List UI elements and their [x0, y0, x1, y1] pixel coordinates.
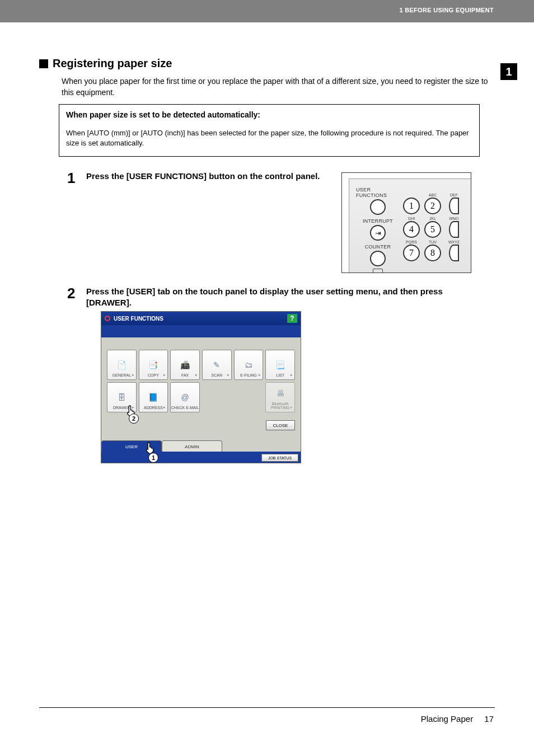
- chapter-tab: 1: [500, 63, 517, 80]
- cp-indicator-icon: [373, 269, 383, 273]
- step-2-text: Press the [USER] tab on the touch panel …: [86, 286, 467, 309]
- tile-check-email[interactable]: @CHECK E-MAIL: [170, 382, 200, 412]
- cp-key-6-partial[interactable]: [449, 221, 459, 238]
- copy-icon: 📑: [148, 360, 159, 370]
- general-icon: 📄: [116, 360, 127, 370]
- tile-copy[interactable]: 📑COPY▸: [139, 350, 168, 380]
- tp-titlebar: USER FUNCTIONS ?: [101, 312, 301, 325]
- pointer-badge-1: 1: [148, 453, 158, 463]
- tile-label: CHECK E-MAIL: [171, 406, 199, 410]
- step-number: 1: [67, 170, 75, 187]
- cp-counter-button[interactable]: [370, 251, 386, 266]
- help-button[interactable]: ?: [287, 314, 297, 323]
- control-panel-illustration: USER FUNCTIONS INTERRUPT ⇥ COUNTER 1 ABC…: [341, 172, 471, 273]
- cp-key-8[interactable]: 8: [424, 245, 441, 261]
- tile-general[interactable]: 📄GENERAL▸: [107, 350, 137, 380]
- cp-key-4[interactable]: 4: [403, 221, 420, 238]
- tile-fax[interactable]: 📠FAX▸: [170, 350, 200, 380]
- cp-key-5[interactable]: 5: [424, 221, 441, 238]
- bluetooth-print-icon: 🖶: [275, 388, 286, 398]
- cp-key-sub-abc: ABC: [424, 193, 441, 197]
- tp-subbar: [101, 325, 301, 337]
- cp-key-7[interactable]: 7: [403, 245, 420, 261]
- cp-key-3-partial[interactable]: [449, 198, 459, 214]
- touch-panel-illustration: USER FUNCTIONS ? 📄GENERAL▸ 📑COPY▸ 📠FAX▸ …: [101, 311, 301, 463]
- footer-rule: [39, 707, 495, 708]
- tile-label: LIST: [276, 373, 284, 377]
- tile-label: COPY: [148, 373, 159, 377]
- cp-label-counter: COUNTER: [365, 244, 391, 250]
- email-icon: @: [180, 392, 191, 402]
- cp-key-9-partial[interactable]: [449, 245, 459, 261]
- auto-box-body: When [AUTO (mm)] or [AUTO (inch)] has be…: [66, 128, 472, 148]
- tile-list[interactable]: 📃LIST▸: [265, 350, 295, 380]
- section-title: Registering paper size: [53, 57, 172, 70]
- pointer-badge-2: 2: [129, 414, 139, 424]
- close-button[interactable]: CLOSE: [266, 420, 295, 430]
- efiling-icon: 🗂: [243, 360, 254, 370]
- chapter-label: 1 BEFORE USING EQUIPMENT: [399, 7, 494, 13]
- tile-label: FAX: [181, 373, 189, 377]
- tile-label: ADDRESS: [144, 406, 163, 410]
- cp-label-interrupt: INTERRUPT: [363, 218, 393, 224]
- cp-interrupt-button[interactable]: ⇥: [370, 225, 386, 241]
- cp-label-user-functions: USER FUNCTIONS: [356, 187, 400, 198]
- tab-admin[interactable]: ADMIN: [162, 440, 222, 453]
- tile-label: E-FILING: [240, 373, 257, 377]
- step-number: 2: [67, 285, 75, 302]
- scan-icon: ✎: [211, 360, 222, 370]
- cp-key-sub-jkl: JKL: [424, 217, 441, 220]
- drawer-icon: 🗄: [116, 392, 127, 402]
- fax-icon: 📠: [180, 360, 191, 370]
- power-icon: [105, 316, 110, 321]
- cp-key-sub-pqrs: PQRS: [403, 240, 420, 244]
- list-icon: 📃: [275, 360, 286, 370]
- tile-bluetooth-printing[interactable]: 🖶Bluetooth PRINTING▸: [265, 382, 295, 412]
- cp-key-sub-def: DEF: [446, 193, 462, 197]
- square-bullet-icon: [39, 59, 48, 68]
- cp-user-functions-button[interactable]: [370, 199, 386, 215]
- address-icon: 📘: [148, 392, 159, 402]
- footer: Placing Paper 17: [421, 714, 494, 724]
- cp-key-sub-mno: MNO: [446, 217, 462, 220]
- tile-label: GENERAL: [113, 373, 131, 377]
- tile-scan[interactable]: ✎SCAN▸: [202, 350, 232, 380]
- auto-detect-box: When paper size is set to be detected au…: [59, 104, 480, 157]
- step-1-text: Press the [USER FUNCTIONS] button on the…: [86, 171, 332, 182]
- tile-efiling[interactable]: 🗂E-FILING▸: [234, 350, 264, 380]
- auto-box-title: When paper size is set to be detected au…: [66, 110, 472, 119]
- tp-title: USER FUNCTIONS: [114, 316, 163, 322]
- cp-key-1[interactable]: 1: [403, 198, 420, 214]
- footer-section: Placing Paper: [421, 714, 473, 724]
- section-intro: When you place paper for the first time …: [62, 76, 494, 98]
- footer-page-number: 17: [484, 714, 494, 724]
- tile-address[interactable]: 📘ADDRESS▸: [139, 382, 168, 412]
- cp-key-2[interactable]: 2: [424, 198, 441, 214]
- step-2: 2 Press the [USER] tab on the touch pane…: [67, 286, 480, 309]
- cp-key-sub-tuv: TUV: [424, 240, 441, 244]
- job-status-button[interactable]: JOB STATUS: [261, 454, 298, 462]
- cp-key-sub-wxyz: WXYZ: [446, 240, 462, 244]
- tile-label: SCAN: [212, 373, 222, 377]
- cp-key-sub-ghi: GHI: [403, 217, 420, 220]
